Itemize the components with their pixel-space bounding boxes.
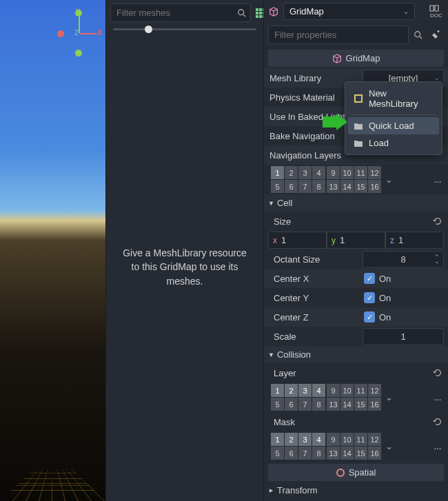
layer-cell-7[interactable]: 7	[298, 398, 312, 411]
collision-fold-header[interactable]: ▼ Collision	[264, 346, 448, 363]
triangle-right-icon: ▼	[267, 487, 274, 493]
layer-cell-2[interactable]: 2	[285, 384, 298, 397]
layer-cell-1[interactable]: 1	[271, 384, 284, 397]
layer-cell-4[interactable]: 4	[312, 166, 325, 179]
filter-properties-input[interactable]	[268, 25, 409, 44]
layer-cell-11[interactable]: 11	[354, 384, 367, 397]
layer-cell-13[interactable]: 13	[327, 180, 340, 193]
layer-expand-icon[interactable]: ⌄	[383, 174, 396, 185]
layer-cell-1[interactable]: 1	[271, 433, 284, 446]
new-meshlibrary-item[interactable]: New MeshLibrary	[348, 85, 439, 112]
layer-cell-11[interactable]: 11	[354, 433, 367, 446]
layer-cell-16[interactable]: 16	[368, 398, 381, 411]
slider-thumb[interactable]	[145, 25, 152, 33]
center-z-checkbox[interactable]: ✓	[364, 311, 375, 323]
layer-expand-icon[interactable]: ⌄	[383, 441, 396, 451]
octant-size-input[interactable]: 8 ⌃⌄	[363, 251, 444, 268]
layer-cell-8[interactable]: 8	[312, 180, 325, 193]
x-axis-line	[80, 33, 96, 34]
center-x-checkbox[interactable]: ✓	[364, 273, 375, 284]
cell-fold-header[interactable]: ▼ Cell	[264, 194, 448, 212]
layer-cell-16[interactable]: 16	[368, 180, 381, 193]
neg-x-axis-dot[interactable]	[57, 30, 64, 37]
layer-cell-12[interactable]: 12	[368, 384, 381, 397]
layer-cell-5[interactable]: 5	[271, 447, 284, 460]
reset-icon[interactable]	[433, 216, 444, 226]
center-z-label: Center Z	[268, 312, 363, 323]
layer-cell-6[interactable]: 6	[285, 180, 298, 193]
layer-cell-14[interactable]: 14	[340, 447, 354, 460]
layer-cell-3[interactable]: 3	[298, 433, 312, 446]
layer-cell-5[interactable]: 5	[271, 398, 284, 411]
layer-cell-14[interactable]: 14	[340, 398, 354, 411]
matrix-fold[interactable]: ▼ Matrix	[264, 498, 448, 501]
reset-icon[interactable]	[433, 368, 444, 378]
docs-icon[interactable]: DOC	[429, 4, 444, 19]
size-x-input[interactable]: x1	[268, 232, 327, 249]
layer-cell-7[interactable]: 7	[298, 447, 312, 460]
viewport-3d[interactable]: Y Z X	[0, 0, 105, 501]
layer-more-icon[interactable]: ...	[431, 392, 444, 402]
layer-cell-10[interactable]: 10	[340, 166, 354, 179]
layer-cell-15[interactable]: 15	[354, 447, 367, 460]
layer-cell-6[interactable]: 6	[285, 398, 298, 411]
layer-cell-5[interactable]: 5	[271, 180, 284, 193]
layer-cell-1[interactable]: 1	[271, 166, 284, 179]
layer-cell-13[interactable]: 13	[327, 398, 340, 411]
gridmap-node-icon	[268, 6, 279, 17]
neg-y-axis-dot[interactable]	[75, 50, 82, 57]
layer-expand-icon[interactable]: ⌄	[383, 392, 396, 402]
layer-cell-9[interactable]: 9	[327, 166, 340, 179]
axis-gizmo[interactable]: Y Z X	[54, 8, 102, 57]
layer-cell-7[interactable]: 7	[298, 180, 312, 193]
layer-cell-13[interactable]: 13	[327, 447, 340, 460]
svg-point-17	[415, 31, 420, 37]
scale-label: Scale	[268, 331, 363, 342]
center-y-checkbox[interactable]: ✓	[364, 292, 375, 303]
on-label: On	[379, 274, 391, 284]
layer-cell-4[interactable]: 4	[312, 384, 325, 397]
layer-cell-10[interactable]: 10	[340, 384, 354, 397]
layer-cell-3[interactable]: 3	[298, 166, 312, 179]
quick-load-item[interactable]: Quick Load	[348, 117, 439, 134]
size-y-input[interactable]: y1	[327, 232, 385, 249]
triangle-down-icon: ▼	[268, 200, 274, 207]
layer-cell-10[interactable]: 10	[340, 433, 354, 446]
thumbnail-size-slider[interactable]	[113, 28, 256, 30]
load-item[interactable]: Load	[348, 134, 439, 152]
layer-cell-15[interactable]: 15	[354, 180, 367, 193]
layer-cell-12[interactable]: 12	[368, 433, 381, 446]
layer-cell-8[interactable]: 8	[312, 447, 325, 460]
layer-cell-15[interactable]: 15	[354, 398, 367, 411]
layer-cell-6[interactable]: 6	[285, 447, 298, 460]
on-label: On	[379, 312, 391, 323]
node-selector[interactable]: GridMap ⌄	[283, 3, 415, 20]
navigation-layers-grid: 12345678 910111213141516 ⌄ ...	[264, 165, 448, 194]
layer-cell-14[interactable]: 14	[340, 180, 354, 193]
layer-cell-8[interactable]: 8	[312, 398, 325, 411]
reset-icon[interactable]	[433, 417, 444, 427]
filter-meshes-input[interactable]	[110, 3, 251, 22]
scale-input[interactable]: 1	[363, 328, 444, 345]
layer-cell-9[interactable]: 9	[327, 433, 340, 446]
layer-cell-2[interactable]: 2	[285, 166, 298, 179]
tools-icon[interactable]	[430, 30, 444, 41]
gridmap-section-header: GridMap	[268, 50, 444, 67]
layer-cell-11[interactable]: 11	[354, 166, 367, 179]
svg-point-0	[238, 9, 244, 14]
svg-rect-3	[259, 8, 262, 11]
size-z-input[interactable]: z1	[385, 232, 444, 249]
layer-cell-9[interactable]: 9	[327, 384, 340, 397]
layer-cell-2[interactable]: 2	[285, 433, 298, 446]
transform-fold[interactable]: ▼ Transform	[264, 482, 448, 498]
layer-cell-4[interactable]: 4	[312, 433, 325, 446]
layer-cell-12[interactable]: 12	[368, 166, 381, 179]
chevron-down-icon: ⌄	[403, 8, 409, 15]
center-x-label: Center X	[268, 274, 363, 284]
svg-rect-5	[256, 12, 258, 14]
layer-more-icon[interactable]: ...	[431, 174, 444, 185]
layer-cell-16[interactable]: 16	[368, 447, 381, 460]
layer-cell-3[interactable]: 3	[298, 384, 312, 397]
spinner-icon: ⌃⌄	[434, 255, 440, 264]
layer-more-icon[interactable]: ...	[431, 441, 444, 451]
